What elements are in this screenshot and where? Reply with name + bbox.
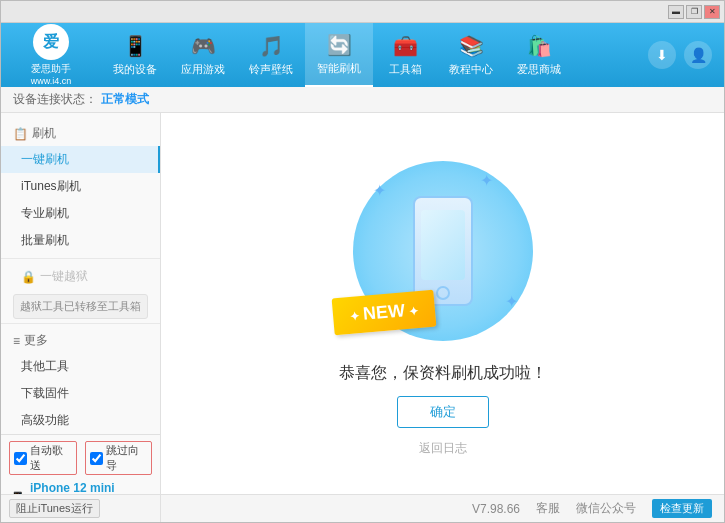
my-device-icon: 📱 [123,34,148,58]
sidebar: 📋 刷机 一键刷机 iTunes刷机 专业刷机 批量刷机 [1,113,161,494]
sparkle-3-icon: ✦ [505,292,518,311]
phone-screen [421,210,465,280]
logo: 爱 爱思助手 www.i4.cn [1,24,101,86]
sidebar-item-download-firmware[interactable]: 下载固件 [1,380,160,407]
content-area: ✦ ✦ ✦ NEW 恭喜您，保资料刷机成功啦！ 确定 返回日志 [161,113,724,494]
status-label: 设备连接状态： [13,91,97,108]
phone-home-button [436,286,450,300]
phone-illustration: ✦ ✦ ✦ NEW [343,151,543,351]
skip-guide-input[interactable] [90,452,103,465]
nav-my-device[interactable]: 📱 我的设备 [101,23,169,87]
smart-flash-icon: 🔄 [327,33,352,57]
nav-smart-flash[interactable]: 🔄 智能刷机 [305,23,373,87]
nav-apps-games[interactable]: 🎮 应用游戏 [169,23,237,87]
sidebar-group-more: ≡ 更多 [1,328,160,353]
logo-icon: 爱 [33,24,69,60]
account-button[interactable]: 👤 [684,41,712,69]
close-button[interactable]: ✕ [704,5,720,19]
status-value: 正常模式 [101,91,149,108]
minimize-button[interactable]: ▬ [668,5,684,19]
bottom-section: 阻止iTunes运行 V7.98.66 客服 微信公众号 检查更新 [1,494,724,522]
customer-service-link[interactable]: 客服 [536,500,560,517]
divider-1 [1,258,160,259]
maximize-button[interactable]: ❐ [686,5,702,19]
tutorial-icon: 📚 [459,34,484,58]
nav-bar: 📱 我的设备 🎮 应用游戏 🎵 铃声壁纸 🔄 智能刷机 🧰 工具箱 📚 [101,23,636,87]
sidebar-item-one-key-flash[interactable]: 一键刷机 [1,146,160,173]
sidebar-jailbreak-note: 越狱工具已转移至工具箱 [13,294,148,319]
block-itunes-button[interactable]: 阻止iTunes运行 [9,499,100,518]
sparkle-2-icon: ✦ [480,171,493,190]
sidebar-item-batch-flash[interactable]: 批量刷机 [1,227,160,254]
nav-toolbox[interactable]: 🧰 工具箱 [373,23,437,87]
sidebar-item-pro-flash[interactable]: 专业刷机 [1,200,160,227]
wechat-link[interactable]: 微信公众号 [576,500,636,517]
divider-2 [1,323,160,324]
title-bar-controls: ▬ ❐ ✕ [668,5,720,19]
confirm-button[interactable]: 确定 [397,396,489,428]
app-window: ▬ ❐ ✕ 爱 爱思助手 www.i4.cn 📱 我的设备 🎮 应用游戏 🎵 [0,0,725,523]
device-row: 📱 iPhone 12 mini 64GB Down-12mini-13,1 [9,481,152,494]
success-message: 恭喜您，保资料刷机成功啦！ [339,363,547,384]
skip-guide-checkbox[interactable]: 跳过向导 [85,441,153,475]
phone-body [413,196,473,306]
apple-store-icon: 🛍️ [527,34,552,58]
flash-group-icon: 📋 [13,127,28,141]
title-bar: ▬ ❐ ✕ [1,1,724,23]
return-log-link[interactable]: 返回日志 [419,440,467,457]
status-bar: 设备连接状态： 正常模式 [1,87,724,113]
sidebar-nav: 📋 刷机 一键刷机 iTunes刷机 专业刷机 批量刷机 [1,121,160,434]
version-label: V7.98.66 [472,502,520,516]
apps-games-icon: 🎮 [191,34,216,58]
sidebar-item-itunes-flash[interactable]: iTunes刷机 [1,173,160,200]
sidebar-item-other-tools[interactable]: 其他工具 [1,353,160,380]
device-name: iPhone 12 mini [30,481,115,494]
sidebar-bottom: 自动歌送 跳过向导 📱 iPhone 12 mini 64GB Down-12m… [1,434,160,494]
checkboxes-row: 自动歌送 跳过向导 [9,441,152,475]
check-update-button[interactable]: 检查更新 [652,499,712,518]
logo-text: 爱思助手 www.i4.cn [31,62,72,86]
header-right: ⬇ 👤 [636,41,724,69]
sidebar-disabled-jailbreak: 🔒 一键越狱 [1,263,160,290]
nav-tutorial[interactable]: 📚 教程中心 [437,23,505,87]
auto-send-checkbox[interactable]: 自动歌送 [9,441,77,475]
device-info: iPhone 12 mini 64GB Down-12mini-13,1 [30,481,115,494]
sidebar-group-flash: 📋 刷机 [1,121,160,146]
sidebar-item-advanced[interactable]: 高级功能 [1,407,160,434]
toolbox-icon: 🧰 [393,34,418,58]
ringtones-icon: 🎵 [259,34,284,58]
sparkle-1-icon: ✦ [373,181,386,200]
more-group-icon: ≡ [13,334,20,348]
download-button[interactable]: ⬇ [648,41,676,69]
bottom-left-area: 阻止iTunes运行 [1,495,161,522]
nav-ringtones[interactable]: 🎵 铃声壁纸 [237,23,305,87]
header: 爱 爱思助手 www.i4.cn 📱 我的设备 🎮 应用游戏 🎵 铃声壁纸 🔄 … [1,23,724,87]
auto-send-input[interactable] [14,452,27,465]
bottom-right-area: V7.98.66 客服 微信公众号 检查更新 [161,499,724,518]
nav-apple-store[interactable]: 🛍️ 爱思商城 [505,23,573,87]
lock-icon: 🔒 [21,270,36,284]
main-layout: 📋 刷机 一键刷机 iTunes刷机 专业刷机 批量刷机 [1,113,724,494]
